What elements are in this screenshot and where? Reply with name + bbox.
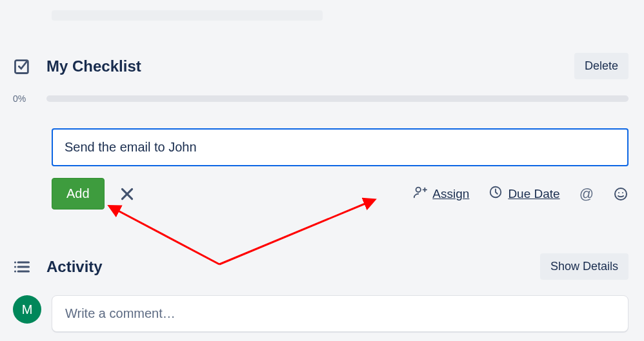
svg-point-9 <box>622 192 623 193</box>
assign-label: Assign <box>432 187 469 201</box>
svg-point-3 <box>416 188 421 192</box>
progress-percent: 0% <box>13 93 46 104</box>
checklist-icon <box>13 57 46 75</box>
add-item-button[interactable]: Add <box>52 178 105 209</box>
mention-button[interactable]: @ <box>579 186 594 202</box>
svg-point-8 <box>618 192 619 193</box>
checklist-title: My Checklist <box>46 57 574 75</box>
emoji-button[interactable] <box>613 186 629 202</box>
assign-link[interactable]: Assign <box>413 185 469 202</box>
checklist-item-input[interactable] <box>52 128 629 166</box>
show-details-button[interactable]: Show Details <box>540 253 629 280</box>
annotation-arrows <box>0 0 644 341</box>
comment-input[interactable]: Write a comment… <box>52 295 629 332</box>
due-date-link[interactable]: Due Date <box>488 185 559 202</box>
progress-bar <box>46 95 629 102</box>
activity-title: Activity <box>46 258 540 276</box>
assign-icon <box>413 185 427 202</box>
cancel-item-icon[interactable] <box>119 186 136 202</box>
description-placeholder <box>52 10 323 21</box>
clock-icon <box>488 185 503 202</box>
svg-point-7 <box>615 188 627 200</box>
due-date-label: Due Date <box>508 187 559 201</box>
delete-checklist-button[interactable]: Delete <box>574 53 629 79</box>
activity-icon <box>13 258 46 276</box>
user-avatar: M <box>13 295 41 324</box>
